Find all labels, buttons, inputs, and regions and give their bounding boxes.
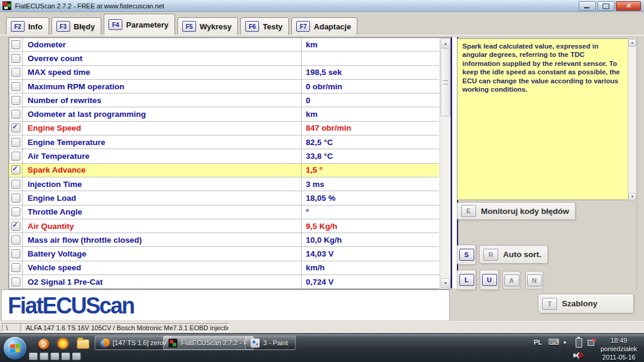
show-hidden-icons[interactable]: ▲ bbox=[562, 339, 567, 345]
task-label: [147 TS 1.6] zerowani... bbox=[113, 339, 166, 346]
clock[interactable]: 18:49 poniedziałek 2011-05-16 bbox=[597, 336, 640, 361]
quick-launch-icon[interactable] bbox=[29, 352, 38, 360]
templates-button[interactable]: T Szablony bbox=[538, 294, 634, 313]
checkbox-unchecked[interactable] bbox=[11, 40, 20, 49]
u-button[interactable]: U bbox=[480, 270, 499, 290]
fiatecuscan-icon bbox=[168, 339, 177, 348]
keyboard-icon[interactable]: ⌨ bbox=[548, 337, 559, 346]
opera-icon[interactable] bbox=[38, 339, 49, 349]
table-row[interactable]: O2 Signal 1 Pre-Cat0,724 V bbox=[9, 275, 439, 289]
parameter-value: 14,03 V bbox=[306, 249, 334, 258]
table-row[interactable]: Maximum RPM operation0 obr/min bbox=[9, 80, 439, 93]
parameter-value: km/h bbox=[306, 263, 325, 272]
volume-muted-icon[interactable]: ⊘ bbox=[573, 352, 582, 359]
tab-f4[interactable]: F4Parametery bbox=[104, 14, 175, 35]
clock-time: 18:49 bbox=[597, 336, 640, 345]
key-badge-f4: F4 bbox=[109, 19, 122, 30]
parameter-value: 198,5 sek bbox=[306, 68, 342, 77]
table-row[interactable]: Vehicle speedkm/h bbox=[9, 261, 439, 275]
table-row[interactable]: Battery Voltage14,03 V bbox=[9, 247, 439, 261]
tab-f5[interactable]: F5Wykresy bbox=[177, 17, 238, 35]
table-row[interactable]: Air Quantity9,5 Kg/h bbox=[9, 219, 439, 233]
task-label: 3 - Paint bbox=[263, 339, 288, 346]
parameter-value: 9,5 Kg/h bbox=[306, 222, 338, 231]
parameter-value: ° bbox=[306, 207, 309, 216]
close-button[interactable]: ✕ bbox=[616, 1, 641, 11]
parameter-name: O2 Signal 1 Pre-Cat bbox=[28, 277, 103, 286]
monitor-error-codes-button[interactable]: E Monitoruj kody błędów bbox=[457, 202, 576, 220]
table-row[interactable]: Overrev count bbox=[9, 52, 439, 65]
checkbox-unchecked[interactable] bbox=[11, 207, 20, 216]
checkbox-unchecked[interactable] bbox=[11, 263, 20, 272]
checkbox-unchecked[interactable] bbox=[11, 194, 20, 203]
checkbox-unchecked[interactable] bbox=[11, 249, 20, 258]
sort-button[interactable]: S bbox=[457, 245, 476, 265]
checkbox-checked[interactable] bbox=[11, 222, 20, 231]
table-scrollbar[interactable]: ▲ ▼ bbox=[440, 38, 450, 288]
taskbar-task-firefox[interactable]: [147 TS 1.6] zerowani... bbox=[95, 336, 171, 350]
checkbox-checked[interactable] bbox=[11, 123, 20, 132]
table-scrollbar-thumb[interactable] bbox=[441, 48, 450, 116]
tab-f7[interactable]: F7Adaptacje bbox=[291, 17, 357, 35]
parameter-value: 18,05 % bbox=[306, 194, 336, 203]
quick-launch-icon[interactable] bbox=[50, 352, 59, 360]
explorer-folder-icon[interactable] bbox=[77, 339, 89, 349]
table-row[interactable]: Spark Advance1,5 ° bbox=[9, 164, 439, 177]
table-row[interactable]: Air Temperature33,8 °C bbox=[9, 149, 439, 163]
sun-app-icon[interactable] bbox=[58, 338, 68, 349]
n-button[interactable]: N bbox=[525, 271, 543, 289]
auto-sort-button[interactable]: R Auto sort. bbox=[479, 245, 548, 264]
tab-f6[interactable]: F6Testy bbox=[240, 17, 289, 35]
table-row[interactable]: Number of rewrites0 bbox=[9, 93, 439, 107]
checkbox-unchecked[interactable] bbox=[11, 68, 20, 77]
parameter-name: Vehicle speed bbox=[28, 263, 81, 272]
start-button[interactable] bbox=[4, 337, 26, 360]
network-error-icon[interactable]: ✕ bbox=[588, 339, 595, 346]
checkbox-unchecked[interactable] bbox=[11, 54, 20, 63]
parameter-value: 10,0 Kg/h bbox=[306, 236, 342, 245]
table-row[interactable]: Throttle Angle° bbox=[9, 206, 439, 219]
quick-launch-icon[interactable] bbox=[61, 352, 70, 360]
taskbar-task-fiatecuscan[interactable]: FiatECUScan 2.7.2 - F... bbox=[163, 336, 254, 350]
key-badge-u: U bbox=[482, 274, 497, 286]
table-row[interactable]: MAX speed time198,5 sek bbox=[9, 66, 439, 80]
fiatecuscan-window: FiatECUScan 2.7.2 - FREE at www.fiatecus… bbox=[0, 0, 644, 362]
checkbox-unchecked[interactable] bbox=[11, 180, 20, 189]
checkbox-checked[interactable] bbox=[11, 165, 20, 174]
table-row[interactable]: Odometer at last programmingkm bbox=[9, 107, 439, 121]
parameter-value: 3 ms bbox=[306, 180, 324, 189]
scroll-up-icon[interactable]: ▲ bbox=[628, 39, 636, 47]
table-row[interactable]: Odometerkm bbox=[9, 38, 439, 52]
table-row[interactable]: Engine Load18,05 % bbox=[9, 191, 439, 205]
key-badge-t: T bbox=[542, 298, 557, 310]
table-row[interactable]: Mass air flow (throttle closed)10,0 Kg/h bbox=[9, 233, 439, 247]
parameter-name: Engine Load bbox=[28, 194, 76, 203]
scroll-up-icon[interactable]: ▲ bbox=[441, 38, 450, 49]
checkbox-unchecked[interactable] bbox=[11, 277, 20, 286]
checkbox-unchecked[interactable] bbox=[11, 110, 20, 119]
tab-f2[interactable]: F2Info bbox=[6, 17, 49, 35]
scroll-down-icon[interactable]: ▼ bbox=[628, 193, 636, 201]
table-row[interactable]: Injection Time3 ms bbox=[9, 177, 439, 191]
tab-f3[interactable]: F3Błędy bbox=[52, 17, 101, 35]
quick-launch-icon[interactable] bbox=[40, 352, 49, 360]
table-row[interactable]: Engine Temperature82,5 °C bbox=[9, 135, 439, 149]
quick-launch-icon[interactable] bbox=[72, 352, 81, 360]
parameter-name: Air Temperature bbox=[28, 152, 89, 161]
table-row[interactable]: Engine Speed847 obr/min bbox=[9, 122, 439, 135]
maximize-button[interactable] bbox=[597, 1, 615, 11]
scroll-down-icon[interactable]: ▼ bbox=[441, 278, 450, 288]
checkbox-unchecked[interactable] bbox=[11, 138, 20, 147]
checkbox-unchecked[interactable] bbox=[11, 236, 20, 245]
l-button[interactable]: L bbox=[457, 270, 476, 290]
checkbox-unchecked[interactable] bbox=[11, 152, 20, 161]
language-indicator[interactable]: PL bbox=[534, 339, 542, 346]
taskbar-task-paint[interactable]: 3 - Paint bbox=[245, 336, 296, 350]
a-button[interactable]: A bbox=[502, 271, 520, 289]
checkbox-unchecked[interactable] bbox=[11, 96, 20, 105]
description-scrollbar[interactable]: ▲ ▼ bbox=[628, 38, 637, 201]
battery-icon[interactable] bbox=[576, 338, 582, 348]
checkbox-unchecked[interactable] bbox=[11, 82, 20, 91]
minimize-button[interactable] bbox=[579, 1, 596, 11]
task-label: FiatECUScan 2.7.2 - F... bbox=[181, 339, 248, 346]
